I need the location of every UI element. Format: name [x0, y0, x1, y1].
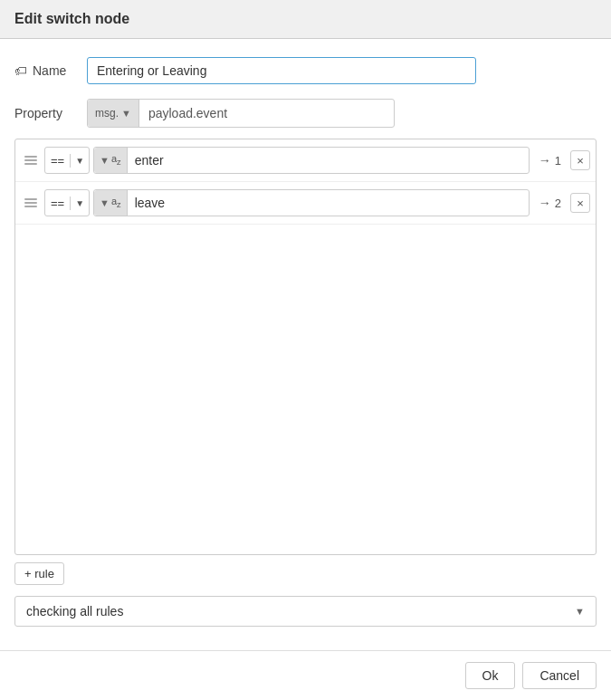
name-row: 🏷 Name	[14, 57, 597, 84]
add-rule-area: + rule	[14, 562, 597, 596]
property-type-chevron-icon: ▼	[121, 108, 131, 119]
operator-chevron-icon-2[interactable]: ▼	[71, 198, 89, 208]
rule-operator-2[interactable]: == ▼	[44, 189, 90, 216]
ok-button[interactable]: Ok	[465, 662, 516, 689]
checking-dropdown-value: checking all rules	[26, 604, 123, 618]
arrow-icon-2: →	[539, 196, 551, 210]
dialog-title: Edit switch node	[0, 0, 611, 39]
rule-value-selector-1: ▼ az	[93, 147, 530, 174]
dialog-footer: Ok Cancel	[0, 650, 611, 700]
operator-value-2: ==	[45, 197, 71, 210]
rule-value-input-2[interactable]	[128, 196, 529, 210]
output-number-1: 1	[555, 154, 561, 168]
rule-output-1: → 1	[533, 153, 567, 168]
value-type-button-2[interactable]: ▼ az	[94, 190, 128, 216]
add-rule-button[interactable]: + rule	[14, 562, 64, 585]
arrow-icon-1: →	[539, 153, 551, 168]
tag-icon: 🏷	[14, 63, 27, 78]
rule-value-input-1[interactable]	[128, 153, 529, 168]
checking-dropdown-chevron-icon: ▼	[575, 606, 585, 617]
dialog-body: 🏷 Name Property msg. ▼ payload.event ==	[0, 39, 611, 650]
value-type-button-1[interactable]: ▼ az	[94, 148, 128, 173]
operator-value-1: ==	[45, 154, 71, 168]
add-rule-label: + rule	[24, 567, 54, 580]
property-value: payload.event	[139, 106, 236, 120]
name-input[interactable]	[87, 57, 476, 84]
rule-delete-button-2[interactable]: ×	[570, 193, 590, 213]
value-type-chevron-icon-1: ▼	[100, 155, 110, 166]
property-selector: msg. ▼ payload.event	[87, 99, 395, 128]
drag-handle[interactable]	[21, 156, 41, 165]
rule-output-2: → 2	[533, 196, 567, 210]
rule-operator-1[interactable]: == ▼	[44, 147, 90, 174]
rules-container: == ▼ ▼ az → 1 ×	[14, 139, 597, 555]
cancel-button[interactable]: Cancel	[522, 662, 597, 689]
property-type-value: msg.	[95, 107, 119, 120]
az-icon-1: az	[111, 153, 121, 167]
az-icon-2: az	[111, 196, 121, 209]
rule-value-selector-2: ▼ az	[93, 189, 530, 216]
output-number-2: 2	[555, 197, 561, 210]
property-row: Property msg. ▼ payload.event	[14, 99, 597, 128]
rule-row: == ▼ ▼ az → 1 ×	[15, 139, 596, 182]
operator-chevron-icon-1[interactable]: ▼	[71, 156, 89, 166]
value-type-chevron-icon-2: ▼	[100, 197, 110, 208]
rule-row-2: == ▼ ▼ az → 2 ×	[15, 182, 596, 225]
rule-delete-button-1[interactable]: ×	[570, 150, 590, 170]
checking-dropdown[interactable]: checking all rules ▼	[14, 596, 597, 627]
property-type-button[interactable]: msg. ▼	[88, 100, 139, 127]
name-label: 🏷 Name	[14, 63, 87, 78]
property-label: Property	[14, 106, 87, 120]
drag-handle-2[interactable]	[21, 198, 41, 207]
